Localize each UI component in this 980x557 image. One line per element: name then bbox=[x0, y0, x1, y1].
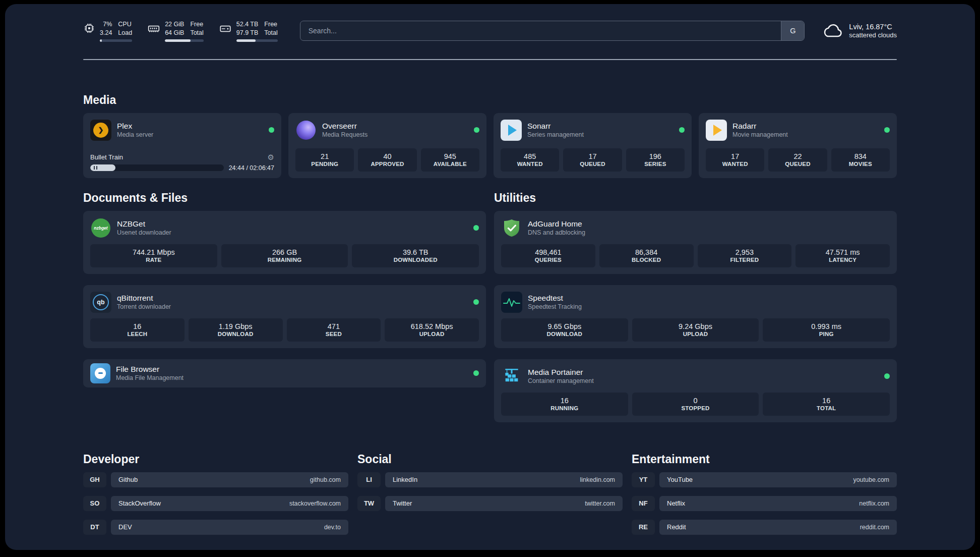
card-qbittorrent[interactable]: qb qBittorrent Torrent downloader 16 LEE… bbox=[83, 285, 486, 348]
plex-icon: ❯ bbox=[90, 120, 111, 141]
stat-tile: 21 PENDING bbox=[295, 148, 354, 172]
media-grid: ❯ Plex Media server Bullet Train ⚙ bbox=[83, 113, 897, 178]
bookmark-abbr: LI bbox=[357, 472, 381, 487]
qbittorrent-logo-text: qb bbox=[93, 294, 109, 310]
resource-disk: 52.4 TB 97.9 TB Free Total bbox=[219, 20, 278, 42]
stat-tile: 744.21 Mbps RATE bbox=[90, 244, 217, 267]
bookmark-name: Twitter bbox=[393, 499, 412, 507]
filebrowser-names: File Browser Media File Management bbox=[116, 365, 468, 381]
disk-free-value: 52.4 TB bbox=[236, 20, 259, 29]
stat-tile: 17 WANTED bbox=[706, 148, 764, 172]
stat-value: 0 bbox=[693, 397, 697, 405]
stat-value: 471 bbox=[328, 322, 340, 330]
cpu-load-label: Load bbox=[118, 29, 132, 37]
card-nzbget[interactable]: nzbget NZBGet Usenet downloader 744.21 M… bbox=[83, 211, 486, 274]
overseerr-icon bbox=[295, 120, 317, 141]
stat-tile: 86,384 BLOCKED bbox=[599, 244, 694, 267]
bookmark-pill: StackOverflow stackoverflow.com bbox=[111, 496, 348, 511]
stat-tile: 834 MOVIES bbox=[831, 148, 890, 172]
bookmark-abbr: SO bbox=[83, 496, 106, 511]
stat-value: 485 bbox=[524, 152, 536, 160]
bookmark-pill: DEV dev.to bbox=[111, 520, 348, 535]
bookmark-row-dev[interactable]: DT DEV dev.to bbox=[83, 520, 348, 535]
service-desc: DNS and adblocking bbox=[528, 229, 890, 236]
plex-names: Plex Media server bbox=[117, 122, 263, 138]
bookmark-abbr: RE bbox=[632, 520, 655, 535]
search-provider-button[interactable]: G bbox=[781, 21, 804, 40]
stat-tile: 1.19 Gbps DOWNLOAD bbox=[189, 318, 283, 342]
qbittorrent-icon: qb bbox=[90, 292, 111, 313]
settings-gear-icon[interactable]: ⚙ bbox=[268, 153, 274, 161]
cpu-usage-label: CPU bbox=[118, 20, 132, 29]
resource-widgets: 7% 3.24 CPU Load bbox=[83, 20, 278, 42]
stat-value: 945 bbox=[444, 152, 456, 160]
bookmark-row-netflix[interactable]: NF Netflix netflix.com bbox=[632, 496, 897, 511]
stat-label: UPLOAD bbox=[419, 331, 445, 337]
card-portainer[interactable]: Media Portainer Container management 16 … bbox=[494, 359, 897, 422]
card-sonarr[interactable]: Sonarr Series management 485 WANTED 17 Q… bbox=[494, 113, 692, 178]
bookmark-row-twitter[interactable]: TW Twitter twitter.com bbox=[357, 496, 623, 511]
stat-label: MOVIES bbox=[849, 161, 872, 167]
card-plex[interactable]: ❯ Plex Media server Bullet Train ⚙ bbox=[83, 113, 281, 178]
adguard-shield-icon bbox=[501, 217, 522, 239]
bookmark-row-youtube[interactable]: YT YouTube youtube.com bbox=[632, 472, 897, 487]
card-radarr[interactable]: Radarr Movie management 17 WANTED 22 QUE… bbox=[699, 113, 897, 178]
nzbget-logo-text: nzbget bbox=[91, 218, 110, 238]
cpu-load-value: 3.24 bbox=[100, 29, 112, 37]
card-speedtest[interactable]: Speedtest Speedtest Tracking 9.65 Gbps D… bbox=[494, 285, 897, 348]
stat-label: QUEUED bbox=[785, 161, 810, 167]
stat-label: FILTERED bbox=[730, 257, 759, 263]
stat-value: 498,461 bbox=[535, 248, 561, 256]
stat-value: 2,953 bbox=[736, 248, 754, 256]
bookmark-name: StackOverflow bbox=[118, 499, 161, 507]
card-overseerr[interactable]: Overseerr Media Requests 21 PENDING 40 A… bbox=[288, 113, 486, 178]
stat-tile: 16 RUNNING bbox=[501, 393, 628, 416]
stat-label: PENDING bbox=[311, 161, 338, 167]
media-section-title: Media bbox=[83, 93, 897, 107]
stat-value: 16 bbox=[561, 397, 569, 405]
portainer-card-header: Media Portainer Container management bbox=[501, 366, 890, 387]
service-name: NZBGet bbox=[117, 219, 468, 229]
stat-value: 266 GB bbox=[272, 248, 297, 256]
card-filebrowser[interactable]: File Browser Media File Management bbox=[83, 359, 486, 387]
stat-label: UPLOAD bbox=[683, 331, 708, 337]
search-bar: G bbox=[300, 21, 805, 41]
stat-tile: 471 SEED bbox=[287, 318, 381, 342]
service-desc: Media server bbox=[117, 131, 263, 138]
pause-icon[interactable] bbox=[94, 166, 97, 170]
sonarr-names: Sonarr Series management bbox=[527, 122, 673, 138]
bookmark-pill: Github github.com bbox=[111, 472, 348, 487]
stat-tile: 196 SERIES bbox=[626, 148, 685, 172]
bookmark-row-github[interactable]: GH Github github.com bbox=[83, 472, 348, 487]
stat-label: SERIES bbox=[644, 161, 666, 167]
speedtest-icon bbox=[501, 292, 522, 313]
speedtest-names: Speedtest Speedtest Tracking bbox=[528, 294, 890, 310]
bookmark-row-reddit[interactable]: RE Reddit reddit.com bbox=[632, 520, 897, 535]
nzbget-icon: nzbget bbox=[90, 217, 111, 239]
stat-value: 39.6 TB bbox=[403, 248, 428, 256]
playback-progress-bar[interactable] bbox=[90, 164, 224, 171]
stat-tile: 498,461 QUERIES bbox=[501, 244, 595, 267]
developer-group-title: Developer bbox=[83, 453, 348, 466]
stat-label: QUEUED bbox=[580, 161, 605, 167]
bookmark-row-linkedin[interactable]: LI LinkedIn linkedin.com bbox=[357, 472, 623, 487]
weather-widget: Lviv, 16.87°C scattered clouds bbox=[822, 23, 897, 39]
service-name: Media Portainer bbox=[528, 368, 879, 377]
memory-free-label: Free bbox=[190, 20, 203, 29]
service-name: Overseerr bbox=[322, 122, 468, 131]
stat-value: 834 bbox=[854, 152, 867, 160]
stat-value: 0.993 ms bbox=[811, 322, 841, 330]
resource-cpu: 7% 3.24 CPU Load bbox=[83, 20, 132, 42]
card-adguard[interactable]: AdGuard Home DNS and adblocking 498,461 … bbox=[494, 211, 897, 274]
stats-row: 16 RUNNING 0 STOPPED 16 TOTAL bbox=[501, 393, 890, 416]
stat-tile: 9.65 Gbps DOWNLOAD bbox=[501, 318, 628, 342]
portainer-names: Media Portainer Container management bbox=[528, 368, 879, 384]
stat-label: DOWNLOAD bbox=[218, 331, 254, 337]
stat-tile: 39.6 TB DOWNLOADED bbox=[352, 244, 479, 267]
plex-chevron-icon: ❯ bbox=[93, 123, 108, 138]
service-name: Speedtest bbox=[528, 294, 890, 303]
search-input[interactable] bbox=[300, 27, 781, 35]
stat-label: TOTAL bbox=[817, 405, 836, 411]
bookmark-row-stackoverflow[interactable]: SO StackOverflow stackoverflow.com bbox=[83, 496, 348, 511]
radarr-icon bbox=[706, 120, 727, 141]
